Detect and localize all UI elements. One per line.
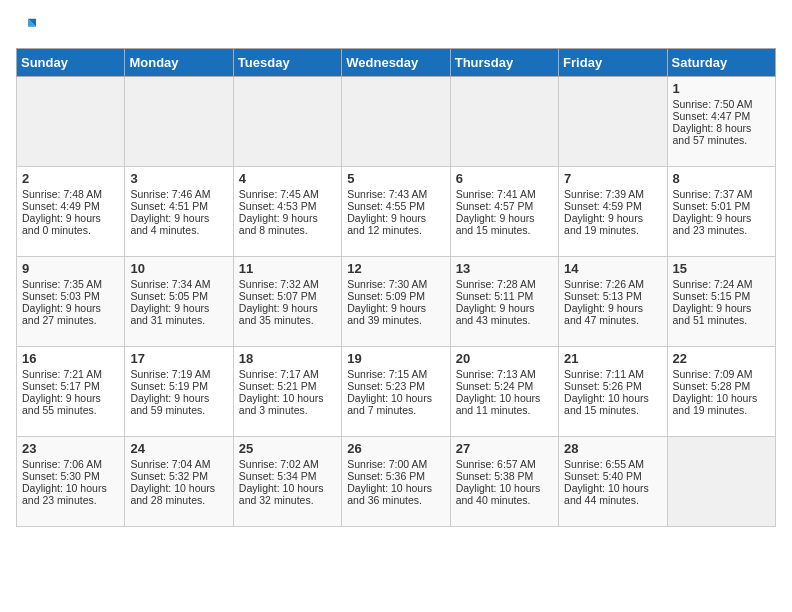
day-info: Sunset: 5:09 PM	[347, 290, 444, 302]
day-number: 2	[22, 171, 119, 186]
day-info: Sunset: 4:57 PM	[456, 200, 553, 212]
day-cell: 18Sunrise: 7:17 AMSunset: 5:21 PMDayligh…	[233, 347, 341, 437]
week-row-3: 9Sunrise: 7:35 AMSunset: 5:03 PMDaylight…	[17, 257, 776, 347]
day-info: Daylight: 9 hours and 55 minutes.	[22, 392, 119, 416]
day-cell: 16Sunrise: 7:21 AMSunset: 5:17 PMDayligh…	[17, 347, 125, 437]
day-info: Sunset: 5:23 PM	[347, 380, 444, 392]
day-number: 11	[239, 261, 336, 276]
day-info: Daylight: 10 hours and 7 minutes.	[347, 392, 444, 416]
day-cell	[667, 437, 775, 527]
day-number: 8	[673, 171, 770, 186]
day-number: 5	[347, 171, 444, 186]
day-cell: 15Sunrise: 7:24 AMSunset: 5:15 PMDayligh…	[667, 257, 775, 347]
day-info: Sunrise: 7:41 AM	[456, 188, 553, 200]
day-info: Daylight: 10 hours and 3 minutes.	[239, 392, 336, 416]
day-info: Daylight: 9 hours and 23 minutes.	[673, 212, 770, 236]
day-cell	[559, 77, 667, 167]
day-info: Sunset: 4:53 PM	[239, 200, 336, 212]
calendar-header: SundayMondayTuesdayWednesdayThursdayFrid…	[17, 49, 776, 77]
week-row-4: 16Sunrise: 7:21 AMSunset: 5:17 PMDayligh…	[17, 347, 776, 437]
day-info: Daylight: 10 hours and 44 minutes.	[564, 482, 661, 506]
day-cell: 2Sunrise: 7:48 AMSunset: 4:49 PMDaylight…	[17, 167, 125, 257]
day-info: Sunset: 5:21 PM	[239, 380, 336, 392]
day-info: Sunset: 5:28 PM	[673, 380, 770, 392]
day-info: Sunrise: 7:46 AM	[130, 188, 227, 200]
day-info: Sunrise: 7:19 AM	[130, 368, 227, 380]
day-info: Sunrise: 7:13 AM	[456, 368, 553, 380]
week-row-5: 23Sunrise: 7:06 AMSunset: 5:30 PMDayligh…	[17, 437, 776, 527]
day-number: 14	[564, 261, 661, 276]
day-number: 15	[673, 261, 770, 276]
day-number: 12	[347, 261, 444, 276]
day-cell: 13Sunrise: 7:28 AMSunset: 5:11 PMDayligh…	[450, 257, 558, 347]
day-info: Sunrise: 7:26 AM	[564, 278, 661, 290]
day-info: Daylight: 9 hours and 51 minutes.	[673, 302, 770, 326]
weekday-header-friday: Friday	[559, 49, 667, 77]
day-info: Sunset: 5:40 PM	[564, 470, 661, 482]
day-info: Daylight: 9 hours and 15 minutes.	[456, 212, 553, 236]
day-cell	[233, 77, 341, 167]
day-info: Sunset: 5:11 PM	[456, 290, 553, 302]
day-number: 26	[347, 441, 444, 456]
day-number: 1	[673, 81, 770, 96]
day-info: Daylight: 10 hours and 11 minutes.	[456, 392, 553, 416]
day-info: Sunset: 5:07 PM	[239, 290, 336, 302]
day-info: Sunrise: 7:24 AM	[673, 278, 770, 290]
day-cell: 20Sunrise: 7:13 AMSunset: 5:24 PMDayligh…	[450, 347, 558, 437]
day-info: Daylight: 9 hours and 35 minutes.	[239, 302, 336, 326]
day-info: Sunset: 5:24 PM	[456, 380, 553, 392]
day-cell: 4Sunrise: 7:45 AMSunset: 4:53 PMDaylight…	[233, 167, 341, 257]
day-number: 7	[564, 171, 661, 186]
day-info: Sunrise: 6:57 AM	[456, 458, 553, 470]
day-info: Sunset: 5:26 PM	[564, 380, 661, 392]
logo	[16, 16, 40, 36]
weekday-header-sunday: Sunday	[17, 49, 125, 77]
day-info: Sunrise: 7:09 AM	[673, 368, 770, 380]
header-row: SundayMondayTuesdayWednesdayThursdayFrid…	[17, 49, 776, 77]
week-row-2: 2Sunrise: 7:48 AMSunset: 4:49 PMDaylight…	[17, 167, 776, 257]
day-info: Sunset: 5:32 PM	[130, 470, 227, 482]
day-info: Sunrise: 7:06 AM	[22, 458, 119, 470]
day-info: Daylight: 10 hours and 36 minutes.	[347, 482, 444, 506]
day-info: Sunrise: 7:02 AM	[239, 458, 336, 470]
day-info: Daylight: 10 hours and 32 minutes.	[239, 482, 336, 506]
day-number: 18	[239, 351, 336, 366]
day-info: Sunset: 5:13 PM	[564, 290, 661, 302]
day-info: Sunset: 5:15 PM	[673, 290, 770, 302]
day-info: Daylight: 9 hours and 47 minutes.	[564, 302, 661, 326]
day-info: Daylight: 10 hours and 23 minutes.	[22, 482, 119, 506]
day-cell: 17Sunrise: 7:19 AMSunset: 5:19 PMDayligh…	[125, 347, 233, 437]
weekday-header-monday: Monday	[125, 49, 233, 77]
day-info: Daylight: 9 hours and 4 minutes.	[130, 212, 227, 236]
page-header	[16, 16, 776, 36]
day-number: 13	[456, 261, 553, 276]
day-info: Sunset: 4:55 PM	[347, 200, 444, 212]
day-cell: 26Sunrise: 7:00 AMSunset: 5:36 PMDayligh…	[342, 437, 450, 527]
day-cell: 3Sunrise: 7:46 AMSunset: 4:51 PMDaylight…	[125, 167, 233, 257]
day-info: Daylight: 9 hours and 39 minutes.	[347, 302, 444, 326]
day-info: Sunset: 5:34 PM	[239, 470, 336, 482]
calendar-body: 1Sunrise: 7:50 AMSunset: 4:47 PMDaylight…	[17, 77, 776, 527]
day-info: Sunset: 5:38 PM	[456, 470, 553, 482]
day-info: Daylight: 10 hours and 40 minutes.	[456, 482, 553, 506]
day-info: Daylight: 9 hours and 19 minutes.	[564, 212, 661, 236]
day-info: Sunrise: 7:35 AM	[22, 278, 119, 290]
day-info: Sunset: 4:59 PM	[564, 200, 661, 212]
day-cell: 23Sunrise: 7:06 AMSunset: 5:30 PMDayligh…	[17, 437, 125, 527]
day-info: Sunset: 4:51 PM	[130, 200, 227, 212]
day-cell: 7Sunrise: 7:39 AMSunset: 4:59 PMDaylight…	[559, 167, 667, 257]
day-cell: 5Sunrise: 7:43 AMSunset: 4:55 PMDaylight…	[342, 167, 450, 257]
day-info: Sunset: 5:30 PM	[22, 470, 119, 482]
day-number: 21	[564, 351, 661, 366]
day-info: Sunrise: 7:39 AM	[564, 188, 661, 200]
day-cell: 1Sunrise: 7:50 AMSunset: 4:47 PMDaylight…	[667, 77, 775, 167]
day-cell: 24Sunrise: 7:04 AMSunset: 5:32 PMDayligh…	[125, 437, 233, 527]
day-number: 22	[673, 351, 770, 366]
day-info: Sunset: 5:19 PM	[130, 380, 227, 392]
day-number: 9	[22, 261, 119, 276]
day-cell	[342, 77, 450, 167]
day-number: 3	[130, 171, 227, 186]
day-info: Sunrise: 7:34 AM	[130, 278, 227, 290]
day-number: 16	[22, 351, 119, 366]
day-info: Sunrise: 7:37 AM	[673, 188, 770, 200]
